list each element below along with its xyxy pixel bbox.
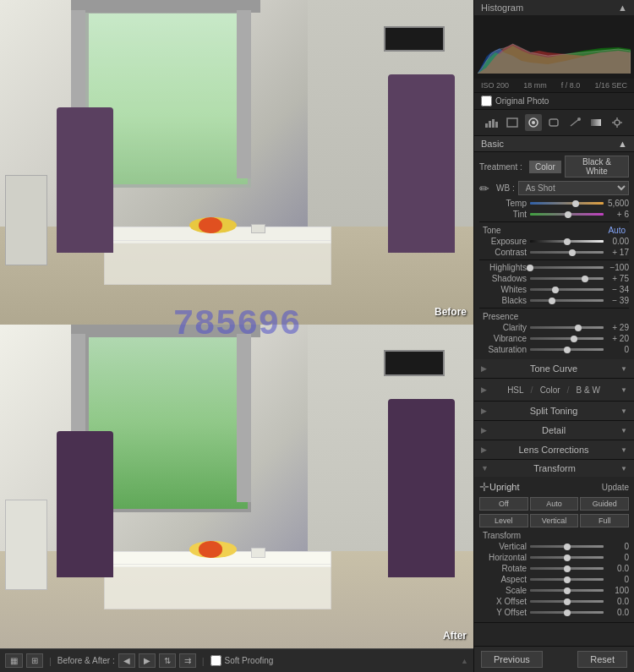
bw-link[interactable]: B & W — [573, 385, 604, 395]
transform-rotate-slider[interactable] — [530, 567, 604, 570]
transform-xoffset-row: X Offset 0.0 — [479, 597, 629, 606]
highlights-slider[interactable] — [530, 266, 604, 269]
transform-header[interactable]: ▼ Transform ▼ — [474, 460, 634, 477]
tool-brush-icon[interactable] — [566, 114, 583, 131]
color-button[interactable]: Color — [529, 161, 561, 173]
blacks-label: Blacks — [479, 296, 530, 305]
transform-rotate-label: Rotate — [479, 564, 530, 573]
transform-aspect-slider[interactable] — [530, 578, 604, 581]
clarity-slider[interactable] — [530, 326, 604, 329]
shutter-speed: 1/16 SEC — [594, 81, 627, 90]
original-photo-checkbox[interactable] — [481, 96, 492, 107]
transform-sub-label: Transform — [483, 531, 521, 540]
transform-yoffset-slider[interactable] — [530, 611, 604, 614]
svg-rect-7 — [549, 119, 558, 126]
contrast-slider[interactable] — [530, 251, 604, 254]
exposure-slider[interactable] — [530, 240, 604, 243]
contrast-row: Contrast + 17 — [479, 248, 629, 257]
histogram-section: Histogram ▲ ISO 200 18 mm f / 8.0 — [474, 0, 634, 93]
saturation-value: 0 — [604, 345, 629, 354]
shadows-slider[interactable] — [530, 277, 604, 280]
color-link[interactable]: Color — [537, 385, 564, 395]
highlights-label: Highlights — [479, 263, 530, 272]
svg-point-6 — [532, 121, 535, 124]
transform-yoffset-value: 0.0 — [604, 608, 629, 617]
vertical-button[interactable]: Vertical — [530, 514, 579, 527]
transform-vertical-value: 0 — [604, 542, 629, 551]
transform-scale-label: Scale — [479, 586, 530, 595]
guided-button[interactable]: Guided — [580, 497, 629, 511]
tone-curve-section: ▶ Tone Curve ▼ — [474, 359, 634, 379]
off-button[interactable]: Off — [479, 497, 528, 511]
treatment-label: Treatment : — [479, 162, 526, 172]
tone-curve-label: Tone Curve — [530, 363, 577, 374]
transform-scale-slider[interactable] — [530, 589, 604, 592]
tint-slider[interactable] — [530, 213, 604, 216]
blacks-slider[interactable] — [530, 299, 604, 302]
crosshair-icon[interactable]: ✛ — [479, 480, 489, 494]
detail-header[interactable]: ▶ Detail ▼ — [474, 421, 634, 440]
tool-settings-icon[interactable] — [609, 114, 626, 131]
tool-histogram-icon[interactable] — [483, 114, 500, 131]
basic-section-label: Basic — [481, 139, 504, 149]
upright-label: Upright — [489, 482, 519, 492]
split-toning-label: Split Toning — [530, 406, 578, 416]
tool-healing-icon[interactable] — [545, 114, 562, 131]
tool-gradient-icon[interactable] — [588, 114, 604, 131]
before-after-copy[interactable]: ⇉ — [179, 653, 196, 668]
level-button[interactable]: Level — [479, 514, 528, 527]
tone-curve-header[interactable]: ▶ Tone Curve ▼ — [474, 359, 634, 378]
vibrance-slider[interactable] — [530, 337, 604, 340]
lens-corrections-arrow: ▼ — [620, 446, 627, 454]
hsl-link[interactable]: HSL — [504, 385, 527, 395]
vibrance-label: Vibrance — [479, 334, 530, 343]
transform-yoffset-label: Y Offset — [479, 608, 530, 617]
transform-vertical-slider[interactable] — [530, 545, 604, 548]
basic-collapse-icon[interactable]: ▲ — [618, 139, 627, 149]
soft-proofing-checkbox[interactable] — [210, 655, 221, 666]
tool-icons — [474, 110, 634, 136]
wb-select[interactable]: As Shot — [518, 181, 629, 195]
before-after-next[interactable]: ▶ — [139, 653, 156, 668]
before-after-prev[interactable]: ◀ — [118, 653, 135, 668]
transform-horizontal-label: Horizontal — [479, 553, 530, 562]
hsl-header[interactable]: ▶ HSL / Color / B & W ▼ — [474, 379, 634, 401]
eyedropper-icon[interactable]: ✏ — [479, 182, 493, 195]
filmstrip-btn[interactable]: ▦ — [5, 653, 23, 668]
reset-button[interactable]: Reset — [577, 651, 627, 668]
before-after-swap[interactable]: ⇅ — [159, 653, 176, 668]
tool-crop-icon[interactable] — [504, 114, 521, 131]
hsl-section: ▶ HSL / Color / B & W ▼ — [474, 379, 634, 402]
temp-slider[interactable] — [530, 202, 604, 205]
transform-xoffset-value: 0.0 — [604, 597, 629, 606]
photo-before: Before — [0, 0, 473, 325]
clarity-label: Clarity — [479, 323, 530, 332]
soft-proofing-label: Soft Proofing — [225, 656, 274, 665]
transform-rotate-row: Rotate 0.0 — [479, 564, 629, 573]
after-label: After — [443, 630, 467, 642]
previous-button[interactable]: Previous — [481, 651, 543, 668]
svg-rect-3 — [495, 122, 498, 128]
auto-button[interactable]: Auto — [530, 497, 579, 511]
grid-btn[interactable]: ⊞ — [26, 653, 43, 668]
tone-auto[interactable]: Auto — [608, 226, 626, 235]
highlights-value: −100 — [604, 263, 629, 272]
whites-slider[interactable] — [530, 288, 604, 291]
temp-value: 5,600 — [604, 199, 629, 208]
bottom-toolbar: ▦ ⊞ | Before & After : ◀ ▶ ⇅ ⇉ | Soft Pr… — [0, 648, 473, 672]
tool-adjust-icon[interactable] — [525, 114, 542, 131]
blacks-row: Blacks − 39 — [479, 296, 629, 305]
vibrance-value: + 20 — [604, 334, 629, 343]
transform-horizontal-slider[interactable] — [530, 556, 604, 559]
split-toning-header[interactable]: ▶ Split Toning ▼ — [474, 402, 634, 420]
saturation-slider[interactable] — [530, 348, 604, 351]
transform-xoffset-slider[interactable] — [530, 600, 604, 603]
iso-value: ISO 200 — [481, 81, 509, 90]
wb-label: WB : — [496, 183, 515, 193]
lens-corrections-header[interactable]: ▶ Lens Corrections ▼ — [474, 440, 634, 459]
tint-value: + 6 — [604, 210, 629, 219]
lens-corrections-section: ▶ Lens Corrections ▼ — [474, 440, 634, 460]
full-button[interactable]: Full — [580, 514, 629, 527]
panel-scroll[interactable]: Basic ▲ Treatment : Color Black & White … — [474, 136, 634, 646]
bw-button[interactable]: Black & White — [565, 156, 629, 178]
